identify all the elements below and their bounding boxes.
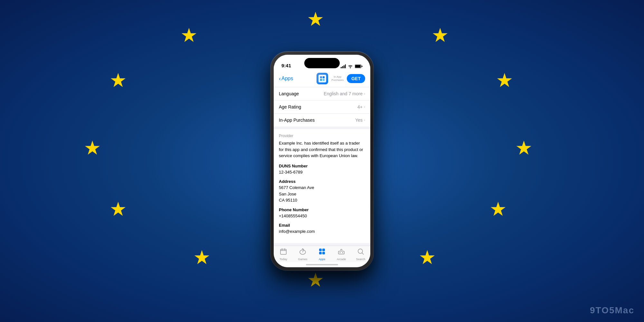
apps-label: Apps xyxy=(319,258,326,261)
email-field: Email info@example.com xyxy=(279,223,365,235)
age-rating-label: Age Rating xyxy=(279,104,301,109)
in-app-purchases-row-value: Yes › xyxy=(355,118,365,123)
svg-rect-19 xyxy=(322,252,325,254)
in-app-purchases-row-label: In-App Purchases xyxy=(279,118,315,123)
email-label: Email xyxy=(279,223,365,228)
in-app-purchases-chevron-icon: › xyxy=(364,118,365,122)
wifi-icon xyxy=(348,64,353,68)
today-icon xyxy=(280,248,287,257)
home-indicator xyxy=(274,262,370,267)
tab-arcade[interactable]: Arcade xyxy=(332,248,351,261)
svg-rect-5 xyxy=(355,65,361,68)
watermark: 9TO5Mac xyxy=(590,305,634,316)
back-chevron-icon: ‹ xyxy=(279,75,281,82)
phone-screen: 9:41 xyxy=(274,55,370,267)
apps-icon xyxy=(318,248,326,257)
svg-point-21 xyxy=(340,252,341,253)
age-rating-value: 4+ › xyxy=(357,104,365,109)
language-value: English and 7 more › xyxy=(324,91,365,96)
search-label: Search xyxy=(356,258,365,261)
home-bar xyxy=(306,264,338,265)
nav-bar: ‹ Apps In-App Pur xyxy=(274,71,370,87)
svg-rect-10 xyxy=(323,79,325,81)
age-rating-chevron-icon: › xyxy=(364,105,365,109)
duns-value: 12-345-6789 xyxy=(279,169,365,175)
svg-rect-6 xyxy=(362,66,363,67)
dynamic-island xyxy=(304,58,340,68)
status-icons xyxy=(341,64,363,68)
tab-apps[interactable]: Apps xyxy=(312,248,332,261)
tab-today[interactable]: Today xyxy=(274,248,293,261)
star-left-bottom: ★ xyxy=(109,200,127,219)
svg-rect-0 xyxy=(341,67,342,68)
get-button[interactable]: GET xyxy=(347,74,365,83)
svg-line-24 xyxy=(362,253,364,255)
app-icon-inner xyxy=(318,75,326,82)
svg-point-22 xyxy=(342,252,343,253)
app-logo-icon xyxy=(320,76,325,81)
star-top-right: ★ xyxy=(431,26,449,45)
address-value: 5677 Coleman Ave San Jose CA 95110 xyxy=(279,185,365,204)
in-app-purchases-label: In-App Purchases xyxy=(331,75,344,81)
phone-field: Phone Number +14085554450 xyxy=(279,207,365,219)
duns-label: DUNS Number xyxy=(279,164,365,168)
star-bottom: ★ xyxy=(307,270,324,290)
app-icon xyxy=(317,73,328,84)
nav-back-label[interactable]: Apps xyxy=(281,76,293,81)
language-chevron-icon: › xyxy=(364,91,365,96)
provider-description: Example Inc. has identified itself as a … xyxy=(279,140,365,159)
star-bottom-left: ★ xyxy=(193,248,211,267)
svg-rect-1 xyxy=(342,66,343,69)
star-right-top: ★ xyxy=(496,71,513,90)
info-section: Language English and 7 more › Age Rating… xyxy=(274,87,370,127)
star-right-bottom: ★ xyxy=(489,200,507,219)
tab-bar: Today Games xyxy=(274,246,370,262)
svg-rect-16 xyxy=(319,249,322,251)
phone-mockup: 9:41 xyxy=(270,52,374,270)
svg-rect-8 xyxy=(323,76,325,78)
search-icon xyxy=(357,248,364,257)
signal-icon xyxy=(341,64,346,68)
games-icon xyxy=(299,248,306,257)
star-left-top: ★ xyxy=(109,71,127,90)
scroll-content[interactable]: Language English and 7 more › Age Rating… xyxy=(274,87,370,246)
star-left: ★ xyxy=(84,138,101,158)
age-rating-row[interactable]: Age Rating 4+ › xyxy=(274,100,370,114)
svg-rect-20 xyxy=(338,251,344,254)
phone-value: +14085554450 xyxy=(279,213,365,219)
svg-rect-11 xyxy=(280,249,286,254)
star-top-left: ★ xyxy=(180,26,198,45)
svg-rect-9 xyxy=(320,79,322,81)
language-label: Language xyxy=(279,91,299,96)
tab-search[interactable]: Search xyxy=(351,248,370,261)
status-time: 9:41 xyxy=(281,63,291,68)
svg-rect-18 xyxy=(319,252,322,254)
address-label: Address xyxy=(279,179,365,184)
star-bottom-right: ★ xyxy=(419,248,436,267)
phone-label: Phone Number xyxy=(279,207,365,212)
star-right: ★ xyxy=(515,138,533,158)
arcade-label: Arcade xyxy=(337,258,346,261)
in-app-purchases-row[interactable]: In-App Purchases Yes › xyxy=(274,114,370,127)
status-bar: 9:41 xyxy=(274,55,370,71)
nav-back-button[interactable]: ‹ Apps xyxy=(279,75,293,82)
games-label: Games xyxy=(298,258,307,261)
svg-rect-17 xyxy=(322,249,325,251)
svg-point-23 xyxy=(358,249,363,253)
svg-rect-7 xyxy=(320,76,322,78)
language-row[interactable]: Language English and 7 more › xyxy=(274,87,370,100)
duns-field: DUNS Number 12-345-6789 xyxy=(279,164,365,175)
address-field: Address 5677 Coleman Ave San Jose CA 951… xyxy=(279,179,365,204)
tab-games[interactable]: Games xyxy=(293,248,312,261)
provider-label: Provider xyxy=(279,134,365,138)
svg-rect-2 xyxy=(344,65,345,68)
email-value: info@example.com xyxy=(279,228,365,235)
star-top: ★ xyxy=(307,10,324,29)
provider-section: Provider Example Inc. has identified its… xyxy=(274,129,370,243)
svg-rect-3 xyxy=(345,64,346,68)
battery-icon xyxy=(355,64,363,68)
phone-frame: 9:41 xyxy=(270,52,374,270)
arcade-icon xyxy=(338,248,345,257)
today-label: Today xyxy=(279,258,287,261)
